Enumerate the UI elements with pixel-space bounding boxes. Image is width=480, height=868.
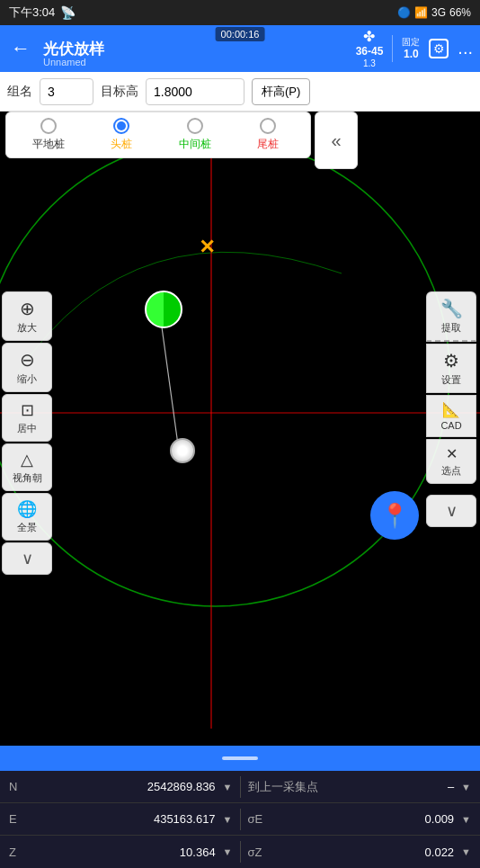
pile-radio-flat (40, 118, 57, 134)
extract-button[interactable]: 🔧 提取 (426, 291, 476, 342)
battery-text: 66% (449, 6, 471, 19)
sigma-e-cell: σE 0.009 ▼ (248, 812, 472, 826)
pile-label-tail: 尾桩 (257, 137, 279, 152)
svg-line-3 (160, 314, 180, 458)
settings-icon[interactable]: ⚙ (429, 39, 449, 58)
pile-marker (145, 291, 182, 328)
timer-display: 00:00:16 (216, 27, 265, 41)
settings-icon: ⚙ (443, 350, 459, 371)
bluetooth-icon: 🔵 (397, 6, 411, 19)
target-height-input[interactable] (146, 78, 244, 105)
left-more-button[interactable]: ∨ (2, 542, 52, 575)
map-area[interactable]: ✕ ⊕ 放大 ⊖ 缩小 ⊡ 居中 △ 视角朝 🌐 全景 ∨ (0, 112, 480, 729)
sigma-z-value: 0.022 (268, 846, 455, 859)
e-dropdown-icon[interactable]: ▼ (223, 814, 233, 825)
sigma-e-value: 0.009 (268, 812, 455, 826)
panorama-icon: 🌐 (17, 499, 37, 519)
row2-divider (240, 809, 241, 830)
n-label: N (9, 780, 25, 793)
row3-divider (240, 841, 241, 863)
swipe-handle[interactable] (0, 746, 480, 771)
bottom-panel: N 2542869.836 ▼ 到上一采集点 – ▼ E 435163.617 … (0, 746, 480, 868)
right-toolbar: 🔧 提取 ⚙ 设置 📐 CAD ✕ 选点 ∨ (426, 291, 480, 527)
pile-label-head: 头桩 (111, 137, 132, 152)
pile-radio-middle (187, 118, 203, 134)
pile-option-head[interactable]: 头桩 (87, 118, 157, 152)
e-cell: E 435163.617 ▼ (9, 812, 233, 826)
prev-point-dropdown[interactable]: ▼ (461, 782, 471, 792)
pile-option-tail[interactable]: 尾桩 (234, 118, 304, 152)
orient-button[interactable]: △ 视角朝 (2, 443, 52, 491)
sigma-z-dropdown[interactable]: ▼ (461, 846, 471, 857)
signal-text: 3G (431, 6, 446, 19)
sigma-z-cell: σZ 0.022 ▼ (248, 846, 472, 859)
back-button[interactable]: ← (7, 33, 34, 64)
e-label: E (9, 812, 25, 826)
more-button[interactable]: ... (458, 38, 473, 58)
collapse-button[interactable]: « (315, 112, 358, 169)
sigma-e-dropdown[interactable]: ▼ (461, 814, 471, 825)
panorama-button[interactable]: 🌐 全景 (2, 493, 52, 541)
zoom-in-button[interactable]: ⊕ 放大 (2, 291, 52, 341)
data-row-e: E 435163.617 ▼ σE 0.009 ▼ (0, 803, 480, 836)
n-dropdown-icon[interactable]: ▼ (223, 782, 233, 792)
select-point-icon: ✕ (446, 445, 458, 462)
n-cell: N 2542869.836 ▼ (9, 780, 233, 793)
group-input[interactable] (40, 78, 93, 105)
zoom-in-label: 放大 (17, 321, 37, 335)
fix-label: 固定 (402, 37, 420, 48)
signal-icon: 📶 (414, 6, 428, 19)
sigma-e-label: σE (248, 812, 264, 826)
gps-stat: ✤ 36-45 1.3 (356, 28, 384, 69)
pile-label-flat: 平地桩 (32, 137, 65, 152)
x-marker: ✕ (199, 236, 215, 259)
settings-button[interactable]: ⚙ 设置 (426, 344, 476, 393)
target-height-label: 目标高 (101, 84, 138, 100)
mugao-button[interactable]: 杆高(P) (252, 78, 310, 105)
cad-button[interactable]: 📐 CAD (426, 395, 476, 437)
pile-option-middle[interactable]: 中间桩 (160, 118, 230, 152)
prev-point-cell: 到上一采集点 – ▼ (248, 779, 472, 795)
gps-stat-icon: ✤ (363, 28, 375, 45)
pile-radio-tail (260, 118, 276, 134)
gps-stat-value: 36-45 (356, 45, 384, 58)
input-row: 组名 目标高 杆高(P) (0, 72, 480, 112)
center-button[interactable]: ⊡ 居中 (2, 394, 52, 442)
swipe-bar (222, 756, 258, 760)
zoom-in-icon: ⊕ (20, 298, 35, 319)
data-row-z: Z 10.364 ▼ σZ 0.022 ▼ (0, 836, 480, 868)
left-toolbar: ⊕ 放大 ⊖ 缩小 ⊡ 居中 △ 视角朝 🌐 全景 ∨ (0, 291, 54, 575)
extract-label: 提取 (441, 321, 461, 335)
pile-option-flat[interactable]: 平地桩 (13, 118, 84, 152)
prev-point-value: – (322, 780, 455, 793)
toolbar-divider-1 (392, 35, 393, 62)
center-icon: ⊡ (21, 400, 34, 420)
n-value: 2542869.836 (29, 780, 216, 793)
select-point-button[interactable]: ✕ 选点 (426, 439, 476, 484)
orient-label: 视角朝 (13, 471, 42, 485)
status-time: 下午3:04 (9, 4, 55, 21)
prev-point-label: 到上一采集点 (248, 779, 318, 795)
cad-label: CAD (440, 420, 461, 431)
fix-value: 1.0 (404, 48, 419, 60)
right-more-button[interactable]: ∨ (426, 495, 476, 527)
location-fab[interactable]: 📍 (370, 491, 419, 540)
zoom-out-button[interactable]: ⊖ 缩小 (2, 343, 52, 392)
extract-icon: 🔧 (440, 298, 463, 319)
toolbar: ← 00:00:16 光伏放样 Unnamed ✤ 36-45 1.3 固定 1… (0, 25, 480, 72)
pile-selector: 平地桩 头桩 中间桩 尾桩 (5, 112, 311, 158)
map-svg (0, 112, 480, 729)
pile-label-middle: 中间桩 (179, 137, 211, 152)
z-value: 10.364 (29, 846, 216, 859)
panorama-label: 全景 (17, 521, 37, 534)
z-dropdown-icon[interactable]: ▼ (223, 846, 233, 857)
left-more-icon: ∨ (22, 549, 33, 568)
cast-icon: 📡 (60, 5, 76, 20)
status-bar: 下午3:04 📡 🔵 📶 3G 66% (0, 0, 480, 25)
fix-stat: 固定 1.0 (402, 37, 420, 60)
e-value: 435163.617 (29, 812, 216, 826)
right-more-icon: ∨ (446, 501, 458, 521)
center-label: 居中 (17, 422, 37, 435)
toolbar-subtitle: Unnamed (43, 57, 86, 67)
zoom-out-label: 缩小 (17, 372, 37, 386)
